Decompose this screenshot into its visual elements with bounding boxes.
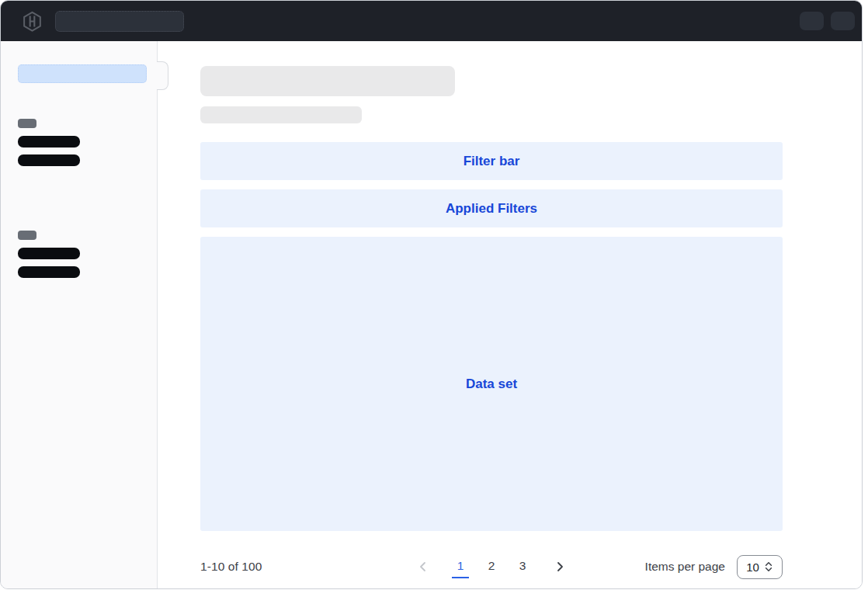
- header-action-button-skeleton-2[interactable]: [831, 12, 855, 30]
- items-per-page-value: 10: [746, 560, 759, 574]
- filter-bar-panel: Filter bar: [200, 142, 783, 180]
- pagination-nav: 1 2 3: [412, 548, 571, 585]
- pagination-range-text: 1-10 of 100: [200, 560, 262, 574]
- sidebar-nav-item-skeleton-4[interactable]: [18, 266, 80, 278]
- items-per-page-label: Items per page: [645, 560, 725, 574]
- page-subtitle-skeleton: [200, 106, 362, 123]
- filter-bar-label: Filter bar: [464, 154, 520, 169]
- header-action-button-skeleton-1[interactable]: [800, 12, 824, 30]
- sidebar-nav-item-skeleton-3[interactable]: [18, 248, 80, 259]
- page-button-2[interactable]: 2: [483, 556, 500, 578]
- sidebar-nav-item-skeleton-2[interactable]: [18, 154, 80, 166]
- sidebar: [1, 41, 158, 588]
- sidebar-nav-item-skeleton-1[interactable]: [18, 136, 80, 148]
- top-header: [1, 1, 862, 41]
- chevron-left-icon[interactable]: [412, 556, 434, 578]
- hashicorp-logo-icon[interactable]: [22, 11, 43, 32]
- app-window: Filter bar Applied Filters Data set 1-10…: [0, 0, 863, 589]
- data-set-label: Data set: [466, 377, 517, 392]
- items-per-page-group: Items per page 10: [645, 555, 783, 579]
- page-button-3[interactable]: 3: [514, 556, 531, 578]
- sidebar-section-label-skeleton-1: [18, 119, 36, 128]
- sidebar-collapse-handle[interactable]: [157, 61, 168, 90]
- page-button-1[interactable]: 1: [452, 556, 469, 578]
- sidebar-section-label-skeleton-2: [18, 231, 36, 240]
- chevron-right-icon[interactable]: [549, 556, 571, 578]
- applied-filters-label: Applied Filters: [446, 201, 537, 217]
- items-per-page-select[interactable]: 10: [737, 555, 783, 579]
- sidebar-active-item-skeleton[interactable]: [18, 64, 147, 83]
- main-content: Filter bar Applied Filters Data set 1-10…: [158, 41, 862, 588]
- select-caret-icon: [764, 561, 773, 572]
- data-set-panel: Data set: [200, 237, 783, 531]
- search-input-skeleton[interactable]: [55, 11, 184, 32]
- applied-filters-panel: Applied Filters: [200, 189, 783, 227]
- page-title-skeleton: [200, 66, 455, 96]
- pagination-bar: 1-10 of 100 1 2 3 Items per page: [200, 548, 783, 585]
